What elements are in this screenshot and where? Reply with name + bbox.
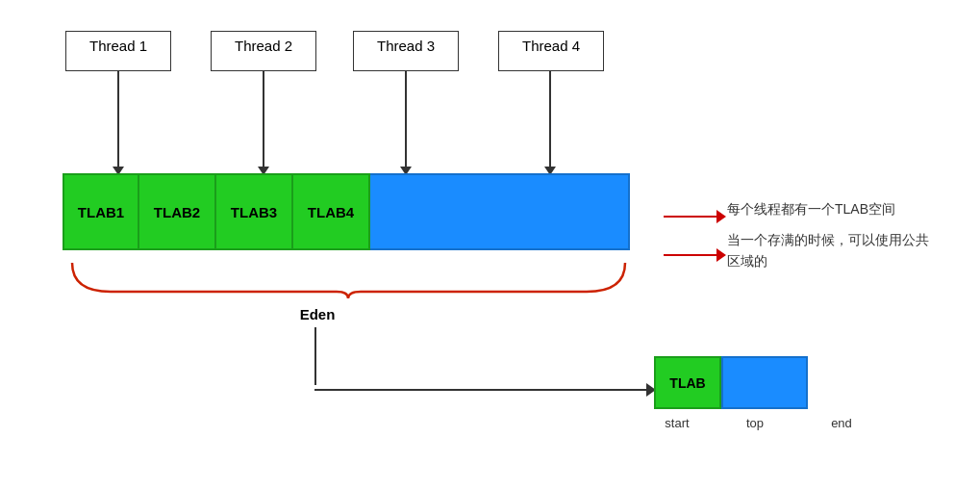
thread4-box: Thread 4 <box>498 31 604 71</box>
tlab2: TLAB2 <box>139 173 216 250</box>
tlab-public <box>370 173 630 250</box>
horiz-line <box>314 389 646 391</box>
annotation1-arrow <box>664 210 726 223</box>
arrow-right-head2-icon <box>716 248 726 262</box>
tlab1: TLAB1 <box>63 173 139 250</box>
eden-label: Eden <box>260 306 375 322</box>
end-label: end <box>798 416 885 430</box>
bottom-tlab-container: TLAB <box>654 356 808 409</box>
thread2-label: Thread 2 <box>235 38 292 54</box>
vert-line-to-bottom <box>314 327 316 385</box>
tlab3: TLAB3 <box>216 173 293 250</box>
bottom-labels: start top end <box>642 416 885 430</box>
tlab-row: TLAB1 TLAB2 TLAB3 TLAB4 <box>63 173 630 250</box>
bottom-tlab-blue <box>721 356 808 409</box>
annotation2-arrow <box>664 248 726 262</box>
thread4-arrow <box>549 71 551 167</box>
thread2-arrow <box>263 71 264 167</box>
thread3-box: Thread 3 <box>353 31 459 71</box>
annotation2-text: 当一个存满的时候，可以使用公共 区域的 <box>727 229 929 272</box>
tlab4: TLAB4 <box>293 173 370 250</box>
thread2-box: Thread 2 <box>211 31 316 71</box>
thread3-arrow <box>405 71 407 167</box>
thread3-label: Thread 3 <box>377 38 435 54</box>
top-label: top <box>712 416 798 430</box>
thread1-box: Thread 1 <box>65 31 171 71</box>
diagram: Thread 1 Thread 2 Thread 3 Thread 4 TLAB… <box>0 0 980 489</box>
thread1-label: Thread 1 <box>89 38 147 54</box>
annotation1-text: 每个线程都有一个TLAB空间 <box>727 199 895 219</box>
bottom-tlab-green: TLAB <box>654 356 721 409</box>
arrow-right-head-icon <box>716 210 726 223</box>
start-label: start <box>642 416 712 430</box>
thread4-label: Thread 4 <box>522 38 580 54</box>
thread1-arrow <box>117 71 119 167</box>
brace-svg <box>63 258 635 301</box>
horiz-arrow-to-tlab <box>314 383 656 397</box>
